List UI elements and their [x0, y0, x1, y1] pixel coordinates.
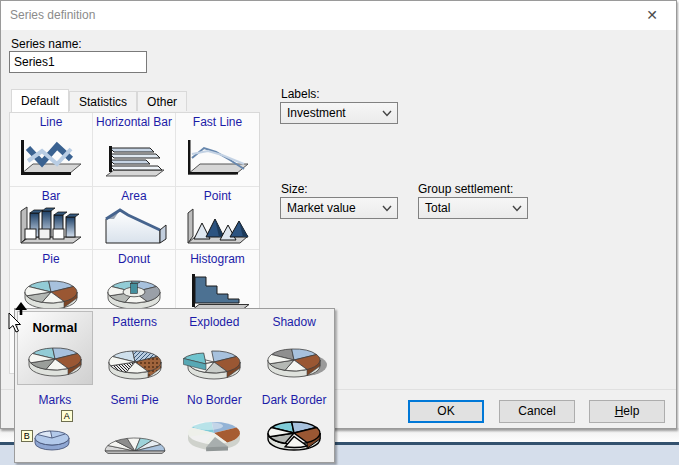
semi-pie-icon [99, 418, 171, 459]
line-icon [15, 136, 87, 185]
help-button[interactable]: Help [589, 400, 665, 423]
labels-dropdown[interactable]: Investment [280, 102, 398, 124]
gallery-item-bar[interactable]: Bar [10, 187, 93, 250]
bar-icon [15, 203, 87, 250]
pie-shadow-icon [258, 343, 330, 384]
pie-marks-icon: A B [19, 414, 91, 459]
subgallery-item-marks[interactable]: Marks A B [15, 387, 95, 462]
labels-label: Labels: [281, 87, 320, 101]
subgallery-item-patterns[interactable]: Patterns [95, 309, 175, 387]
subgallery-item-shadow[interactable]: Shadow [254, 309, 334, 387]
pie-style-subgallery: Normal Patterns [14, 308, 335, 463]
gallery-item-area[interactable]: Area [93, 187, 176, 250]
chevron-down-icon [512, 205, 522, 212]
gallery-item-point[interactable]: Point [176, 187, 259, 250]
subgallery-item-exploded[interactable]: Exploded [175, 309, 255, 387]
tab-other[interactable]: Other [137, 91, 187, 111]
pie-dark-border-icon [258, 416, 330, 459]
tab-default[interactable]: Default [11, 89, 69, 112]
title-bar: Series definition ✕ [1, 1, 676, 30]
mouse-cursor [7, 312, 23, 334]
group-settlement-dropdown[interactable]: Total [418, 197, 528, 219]
close-icon[interactable]: ✕ [636, 1, 668, 30]
cancel-button[interactable]: Cancel [499, 400, 575, 423]
subgallery-item-semi-pie[interactable]: Semi Pie [95, 387, 175, 462]
dialog-title: Series definition [10, 8, 95, 22]
mark-badge-b: B [21, 430, 33, 442]
pie-no-border-icon [178, 416, 250, 459]
series-name-label: Series name: [11, 37, 82, 51]
size-dropdown[interactable]: Market value [280, 197, 398, 219]
chevron-down-icon [382, 205, 392, 212]
subgallery-item-dark-border[interactable]: Dark Border [254, 387, 334, 462]
horizontal-bar-icon [98, 142, 170, 185]
fast-line-icon [182, 136, 254, 185]
area-icon [98, 203, 170, 250]
size-label: Size: [281, 182, 308, 196]
point-icon [182, 203, 254, 250]
group-settlement-label: Group settlement: [418, 182, 513, 196]
mark-badge-a: A [61, 410, 73, 422]
subgallery-item-normal[interactable]: Normal [17, 311, 93, 385]
pie-exploded-icon [178, 345, 250, 384]
pie-normal-icon [19, 342, 91, 381]
gallery-item-horizontal-bar[interactable]: Horizontal Bar [93, 113, 176, 187]
tab-strip: Default Statistics Other [11, 89, 187, 111]
tab-statistics[interactable]: Statistics [69, 91, 137, 111]
gallery-item-fast-line[interactable]: Fast Line [176, 113, 259, 187]
subgallery-item-no-border[interactable]: No Border [175, 387, 255, 462]
gallery-item-line[interactable]: Line [10, 113, 93, 187]
ok-button[interactable]: OK [408, 400, 484, 423]
series-name-input[interactable] [9, 51, 147, 73]
chevron-down-icon [382, 110, 392, 117]
pie-patterns-icon [99, 345, 171, 384]
